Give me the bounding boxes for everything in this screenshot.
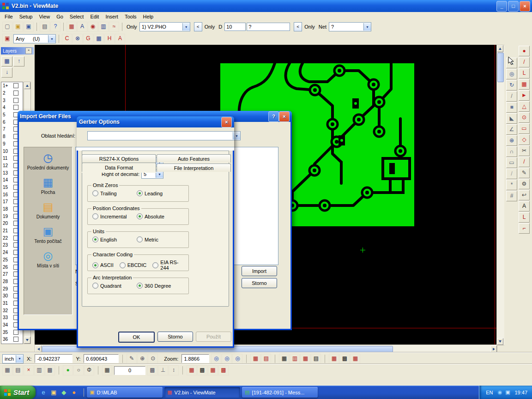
radio-ebcdic[interactable]: EBCDIC [120,260,147,271]
explorer-quicklaunch-icon[interactable]: ▣ [49,388,58,397]
task-message[interactable]: ▤[191-482-091] - Mess... [242,387,318,398]
tab-auto-features[interactable]: Auto Features [157,154,231,163]
net-filter-combo[interactable]: ? [329,22,371,31]
scroll-up-icon[interactable] [24,82,30,89]
dropdown-arrow-icon[interactable] [16,355,23,363]
origin-icon[interactable]: ⊙ [148,354,158,364]
crossed-pads-icon[interactable]: ⊗ [73,34,83,44]
menu-view[interactable]: View [36,13,53,20]
gerber-dialog-titlebar[interactable]: Gerber Options × [77,116,234,127]
net-view-icon[interactable]: ▦ [329,354,339,364]
dropdown-arrow-icon[interactable] [182,23,190,30]
dcode-table2-icon[interactable]: ▤ [261,354,271,364]
pad-view-icon[interactable]: ▦ [279,354,289,364]
new-file-icon[interactable]: ▢ [2,22,12,32]
place-documents[interactable]: ▤Dokumenty [27,201,69,220]
frame-tool-icon[interactable]: ▭ [506,157,517,168]
vertical-scrollbar[interactable] [496,45,505,345]
context-help-icon[interactable]: ? [50,22,60,32]
layer-filter-combo[interactable]: 1) V2.PHO [139,22,190,31]
import-button[interactable]: Import [242,266,277,276]
draw-arrow-icon[interactable]: ► [519,90,530,101]
measure-text-icon[interactable]: A [77,22,87,32]
layer-table-icon[interactable]: ▦ [1,56,12,66]
cut-icon[interactable]: ✂ [519,145,530,156]
line-tool-icon[interactable]: / [506,91,517,102]
dots-grid-icon[interactable]: ▩ [147,365,157,375]
only-net-label[interactable]: Only [303,24,316,30]
grid-toggle-icon[interactable]: ▦ [102,365,112,375]
start-button[interactable]: Start [0,386,36,399]
menu-help[interactable]: Help [140,13,157,20]
layer-visibility-checkbox[interactable] [13,337,18,342]
draw-target-icon[interactable]: ⊙ [519,112,530,123]
draw-corner-icon[interactable]: L [519,68,530,79]
probe-icon[interactable]: Φ [84,365,94,375]
draw-pads-icon[interactable]: ▦ [519,79,530,90]
layers-close-button[interactable]: × [25,48,32,54]
tray-shield-icon[interactable]: ◉ [496,388,503,397]
pattern-a-icon[interactable]: ▦ [187,365,197,375]
draw-dot-icon[interactable]: ● [519,46,530,56]
dcode-input[interactable]: 10 [224,23,246,31]
place-network[interactable]: ◎Místa v síti [27,250,69,269]
text-j-icon[interactable]: ⌐ [519,223,530,234]
pattern-d-icon[interactable]: ▩ [218,365,229,375]
draw-triangle-icon[interactable]: △ [519,101,530,112]
g-code-icon[interactable]: G [83,34,93,44]
menu-file[interactable]: File [1,13,16,20]
film-icon[interactable]: ▤ [13,365,23,375]
dropdown-arrow-icon[interactable] [363,23,371,30]
board-icon[interactable]: ▦ [2,365,12,375]
clock[interactable]: 19:47 [514,390,527,395]
prev-dcode-button[interactable]: < [194,22,202,31]
pencil-icon[interactable]: ✎ [519,168,530,178]
tab-data-format[interactable]: Data Format [82,163,156,172]
mirror-tool-icon[interactable]: ◣ [506,113,517,124]
aperture-type-combo[interactable]: Any (U) [13,34,56,43]
draw-slash-icon[interactable]: / [519,157,530,167]
radio-ascii[interactable]: ASCII [92,260,114,271]
radio-quadrant[interactable]: Quadrant [92,283,133,289]
save-icon[interactable]: ▣ [24,22,34,32]
menu-tools[interactable]: Tools [121,13,140,20]
scroll-down-icon[interactable] [497,338,503,345]
pad-view3-icon[interactable]: ▦ [300,354,310,364]
center-tool-icon[interactable]: ⊕ [506,135,517,146]
c-code-icon[interactable]: C [62,34,72,44]
language-indicator[interactable]: EN [486,390,493,395]
undo-icon[interactable]: ↩ [519,190,530,200]
text-l-icon[interactable]: L [519,212,530,223]
h-pad-icon[interactable]: H [104,34,115,44]
status-led-icon[interactable]: ● [63,365,73,375]
tray-display-icon[interactable]: ▣ [504,388,511,397]
rotate-tool-icon[interactable]: ↻ [506,80,517,91]
radio-incremental[interactable]: Incremental [92,213,133,219]
menu-setup[interactable]: Setup [16,13,36,20]
print-icon[interactable]: ▤ [40,22,50,32]
pad-view2-icon[interactable]: ▥ [290,354,300,364]
only-d-label[interactable]: Only [203,24,217,30]
pan-icon[interactable]: ↕ [169,365,179,375]
radio-leading[interactable]: Leading [137,190,177,196]
target-icon[interactable]: ⊕ [137,354,147,364]
scroll-left-icon[interactable] [35,345,42,352]
slope-tool-icon[interactable]: / [506,169,517,179]
minimize-button[interactable]: _ [496,1,507,12]
scroll-right-icon[interactable] [490,345,497,352]
scroll-up-icon[interactable] [497,45,503,52]
gear-icon[interactable]: ⚙ [519,179,530,189]
dcode-mask-input[interactable]: ? [247,23,290,31]
place-desktop[interactable]: ▦Plocha [27,176,69,195]
layer-visibility-checkbox[interactable] [13,83,18,88]
scroll-down-icon[interactable] [24,337,30,344]
layer-visibility-checkbox[interactable] [13,91,18,96]
dialog-close-button[interactable]: × [279,111,290,122]
ruler-icon[interactable]: ▥ [34,365,44,375]
radio-360-degree[interactable]: 360 Degree [137,283,177,289]
firefox-quicklaunch-icon[interactable]: ● [70,388,78,397]
menu-edit[interactable]: Edit [87,13,102,20]
import-cancel-button[interactable]: Storno [242,278,277,288]
task-viewmate[interactable]: ▦V2.bin - ViewMate [164,387,240,398]
dropdown-arrow-icon[interactable] [48,35,55,42]
